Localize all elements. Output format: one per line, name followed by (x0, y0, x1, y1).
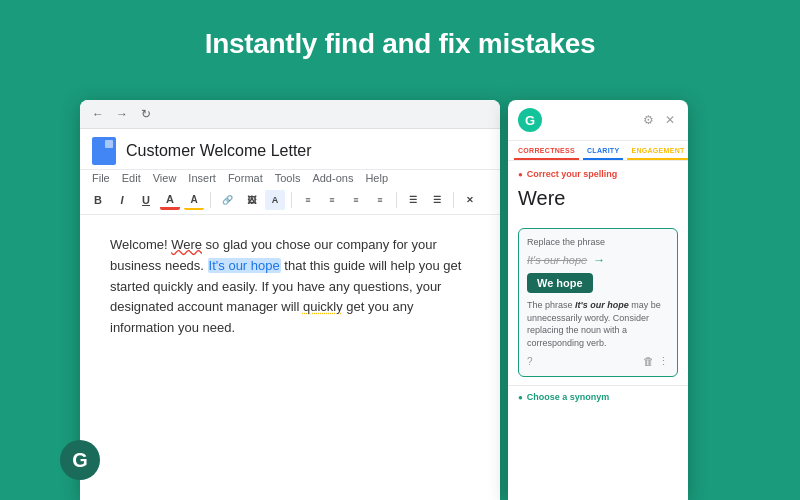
more-icon[interactable]: ⋮ (658, 355, 669, 368)
toolbar-divider-3 (396, 192, 397, 208)
arrow-icon: → (593, 253, 605, 267)
replace-row: It's our hope → (527, 253, 669, 267)
card-actions: 🗑 ⋮ (643, 355, 669, 368)
grammarly-logo: G (518, 108, 542, 132)
bold-button[interactable]: B (88, 190, 108, 210)
align-center[interactable]: ≡ (322, 190, 342, 210)
settings-icon[interactable]: ⚙ (640, 112, 656, 128)
hero-title: Instantly find and fix mistakes (0, 0, 800, 60)
link-button[interactable]: 🔗 (217, 190, 237, 210)
highlighted-phrase: It's our hope (208, 258, 281, 273)
list-bullet[interactable]: ☰ (403, 190, 423, 210)
panel-header-icons: ⚙ ✕ (640, 112, 678, 128)
doc-title: Customer Welcome Letter (126, 142, 312, 160)
docs-file-icon (92, 137, 116, 165)
tab-correctness[interactable]: CORRECTNESS (514, 145, 579, 156)
old-phrase: It's our hope (527, 254, 587, 266)
panel-tabs: CORRECTNESS CLARITY ENGAGEMENT DELIVERY (508, 141, 688, 161)
list-number[interactable]: ☰ (427, 190, 447, 210)
card-footer: ? 🗑 ⋮ (527, 355, 669, 368)
toolbar-divider-4 (453, 192, 454, 208)
menu-addons[interactable]: Add-ons (312, 172, 353, 184)
menu-tools[interactable]: Tools (275, 172, 301, 184)
tab-clarity[interactable]: CLARITY (583, 145, 623, 156)
menu-insert[interactable]: Insert (188, 172, 216, 184)
suggestion-header: Replace the phrase (527, 237, 669, 247)
reload-button[interactable]: ↻ (138, 106, 154, 122)
misspelled-word: Were (171, 237, 202, 252)
delete-icon[interactable]: 🗑 (643, 355, 654, 368)
content-area: ← → ↻ Customer Welcome Letter File Edit … (80, 100, 780, 500)
doc-paragraph: Welcome! Were so glad you chose our comp… (110, 235, 470, 339)
menu-format[interactable]: Format (228, 172, 263, 184)
toolbar-divider-1 (210, 192, 211, 208)
underline-button[interactable]: U (136, 190, 156, 210)
docs-header: Customer Welcome Letter (80, 129, 500, 170)
image-button[interactable]: 🖼 (241, 190, 261, 210)
tab-engagement[interactable]: ENGAGEMENT (627, 145, 688, 156)
italic-button[interactable]: I (112, 190, 132, 210)
menu-edit[interactable]: Edit (122, 172, 141, 184)
docs-titlebar: ← → ↻ (80, 100, 500, 129)
forward-button[interactable]: → (114, 106, 130, 122)
suggestion-card: Replace the phrase It's our hope → We ho… (518, 228, 678, 377)
menu-view[interactable]: View (153, 172, 177, 184)
synonym-word: quickly (303, 299, 343, 314)
bottom-grammarly-logo: G (60, 440, 100, 480)
docs-menu-bar: File Edit View Insert Format Tools Add-o… (80, 170, 500, 186)
grammarly-panel: G ⚙ ✕ CORRECTNESS CLARITY ENGAGEMENT DEL… (508, 100, 688, 500)
justify[interactable]: ≡ (370, 190, 390, 210)
suggestion-section: Replace the phrase It's our hope → We ho… (508, 228, 688, 385)
align-left[interactable]: ≡ (298, 190, 318, 210)
choose-synonym[interactable]: Choose a synonym (508, 385, 688, 408)
menu-file[interactable]: File (92, 172, 110, 184)
bg-color-button[interactable]: A (265, 190, 285, 210)
spelling-label: Correct your spelling (518, 169, 678, 179)
suggestion-description: The phrase It's our hope may be unnecess… (527, 299, 669, 349)
strikethrough-button[interactable]: A (160, 190, 180, 210)
spelling-word: Were (518, 183, 678, 214)
docs-toolbar: B I U A A 🔗 🖼 A ≡ ≡ ≡ ≡ ☰ ☰ ✕ (80, 186, 500, 215)
toolbar-divider-2 (291, 192, 292, 208)
text-color-button[interactable]: A (184, 190, 204, 210)
close-icon[interactable]: ✕ (662, 112, 678, 128)
clear-format[interactable]: ✕ (460, 190, 480, 210)
spelling-section: Correct your spelling Were (508, 161, 688, 222)
docs-window: ← → ↻ Customer Welcome Letter File Edit … (80, 100, 500, 500)
align-right[interactable]: ≡ (346, 190, 366, 210)
help-icon[interactable]: ? (527, 356, 533, 367)
menu-help[interactable]: Help (365, 172, 388, 184)
panel-header: G ⚙ ✕ (508, 100, 688, 141)
new-phrase-button[interactable]: We hope (527, 273, 593, 293)
back-button[interactable]: ← (90, 106, 106, 122)
bottom-g-icon: G (60, 440, 100, 480)
docs-body: Welcome! Were so glad you chose our comp… (80, 215, 500, 415)
